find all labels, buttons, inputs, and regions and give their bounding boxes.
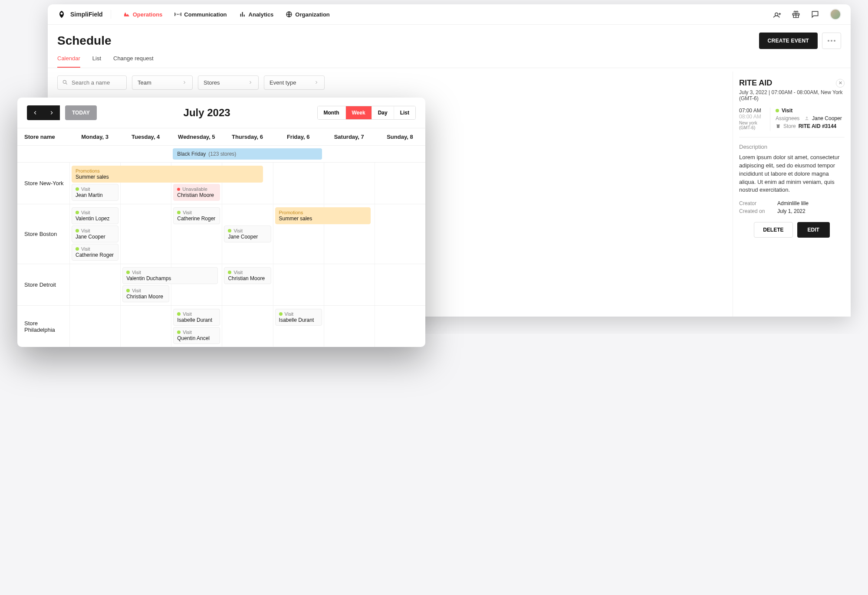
event-chip[interactable]: Visit Quentin Ancel (173, 327, 220, 334)
search-input-wrap[interactable] (57, 75, 127, 90)
prev-button[interactable] (27, 105, 43, 120)
store-name: Store Boston (17, 204, 69, 264)
calendar-header-row: Store name Monday, 3 Tuesday, 4 Wednesda… (17, 128, 425, 146)
view-week[interactable]: Week (345, 106, 372, 119)
detail-panel: RITE AID ✕ July 3, 2022 | 07:00AM - 08:0… (733, 72, 851, 317)
time-end: 08:00 AM (739, 114, 766, 120)
dropdown-label: Event type (270, 79, 296, 86)
nav-item-label: Communication (184, 11, 227, 18)
edit-button[interactable]: EDIT (797, 222, 830, 238)
banner-event[interactable]: Black Friday (123 stores) (173, 148, 322, 160)
event-chip[interactable]: Visit Christian Moore (122, 285, 169, 302)
status-dot-icon (177, 188, 180, 191)
status-dot-icon (126, 271, 130, 274)
avatar[interactable] (830, 9, 841, 20)
view-day[interactable]: Day (372, 106, 394, 119)
event-chip[interactable]: Visit Isabelle Durant (173, 309, 220, 326)
brand: SimpliField (57, 10, 111, 19)
chip-body: Valentin Duchamps (126, 275, 214, 281)
description-label: Description (739, 144, 845, 150)
view-list[interactable]: List (394, 106, 415, 119)
svg-point-0 (178, 14, 179, 15)
chip-tag: Visit (183, 311, 192, 317)
status-dot-icon (76, 211, 79, 214)
event-type-dropdown[interactable]: Event type (264, 75, 325, 90)
event-chip[interactable]: Visit Jean Martin (72, 184, 118, 201)
status-dot-icon (76, 247, 79, 251)
chip-body: Valentin Lopez (76, 216, 115, 222)
operations-icon (123, 11, 130, 18)
chip-body: Catherine Roger (76, 252, 115, 258)
top-nav-right (773, 9, 841, 20)
meta-created-on: Created on July 1, 2022 (739, 208, 845, 214)
nav-communication[interactable]: Communication (174, 11, 227, 18)
status-dot-icon (776, 109, 779, 112)
table-row: Store Boston Visit Valentin Lopez Visit … (17, 204, 425, 264)
chevron-right-icon (314, 80, 319, 85)
search-input[interactable] (72, 79, 122, 86)
event-chip[interactable]: Visit Valentin Lopez (72, 207, 118, 224)
chip-tag: Visit (183, 330, 192, 334)
chip-tag: Visit (81, 186, 90, 192)
gift-icon[interactable] (792, 10, 800, 19)
banner-count: (123 stores) (208, 151, 236, 157)
detail-time: 07:00 AM 08:00 AM New york (GMT-6) (739, 108, 770, 131)
chip-body: Jane Cooper (76, 234, 115, 240)
brand-text: SimpliField (70, 11, 103, 18)
chip-tag: Visit (81, 210, 90, 215)
col-day: Wednesday, 5 (171, 128, 222, 146)
event-chip[interactable]: Promotions Summer sales (275, 207, 371, 224)
col-day: Friday, 6 (273, 128, 324, 146)
event-chip[interactable]: Visit Isabelle Durant (275, 309, 322, 326)
tab-change-request[interactable]: Change request (113, 55, 154, 68)
detail-type: Visit (782, 108, 792, 114)
dot-icon (831, 40, 832, 42)
chat-icon[interactable] (811, 10, 819, 19)
search-icon (62, 79, 68, 85)
event-chip[interactable]: Visit Valentin Duchamps (122, 267, 218, 284)
add-user-icon[interactable] (773, 10, 781, 19)
nav-organization[interactable]: Organization (286, 11, 329, 18)
detail-tz: (GMT-6) (739, 125, 766, 130)
next-button[interactable] (43, 105, 60, 120)
nav-operations[interactable]: Operations (123, 11, 163, 18)
more-menu-button[interactable] (822, 33, 841, 49)
col-store-name: Store name (17, 128, 69, 146)
tab-calendar[interactable]: Calendar (57, 55, 80, 68)
store-label: Store (783, 123, 796, 129)
detail-store: RITE AID #3144 (799, 123, 837, 129)
chip-body: Jane Cooper (228, 234, 267, 240)
event-chip[interactable]: Visit Jane Cooper (224, 226, 271, 242)
event-chip[interactable]: Visit Catherine Roger (173, 207, 220, 224)
create-event-button[interactable]: Create Event (759, 33, 818, 49)
creator-value: Adminlille lille (777, 200, 809, 206)
status-dot-icon (76, 229, 79, 232)
status-dot-icon (177, 330, 181, 334)
table-row: Store Philadelphia Visit Isabelle Durant… (17, 306, 425, 334)
event-chip[interactable]: Visit Catherine Roger (72, 244, 118, 261)
event-chip[interactable]: Promotions Summer sales (72, 166, 263, 183)
stores-dropdown[interactable]: Stores (198, 75, 259, 90)
nav-item-label: Operations (133, 11, 163, 18)
chip-body: Isabelle Durant (177, 317, 216, 323)
nav-analytics[interactable]: Analytics (239, 11, 274, 18)
page-title: Schedule (57, 34, 111, 48)
dropdown-label: Stores (204, 79, 220, 86)
event-chip[interactable]: Unavailable Christian Moore (173, 184, 220, 201)
store-name: Store New-York (17, 163, 69, 204)
status-dot-icon (228, 271, 231, 274)
status-dot-icon (76, 187, 79, 191)
delete-button[interactable]: DELETE (754, 222, 792, 238)
team-dropdown[interactable]: Team (132, 75, 193, 90)
tab-list[interactable]: List (92, 55, 101, 68)
view-month[interactable]: Month (318, 106, 345, 119)
today-button[interactable]: TODAY (65, 105, 97, 120)
event-chip[interactable]: Visit Christian Moore (224, 267, 271, 284)
page-header: Schedule Create Event (48, 25, 851, 49)
header-actions: Create Event (759, 33, 841, 49)
detail-info: Visit Assignees Jane Cooper Store RITE A… (776, 108, 845, 131)
calendar-toolbar: TODAY July 2023 Month Week Day List (17, 98, 425, 128)
close-icon[interactable]: ✕ (836, 79, 845, 88)
event-chip[interactable]: Visit Jane Cooper (72, 226, 118, 242)
col-day: Saturday, 7 (324, 128, 375, 146)
